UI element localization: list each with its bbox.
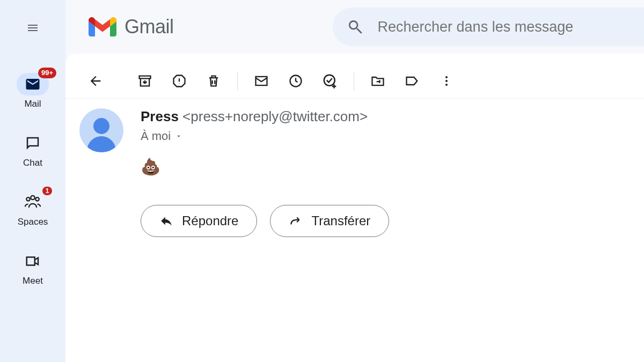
sender-line: Press <press+noreply@twitter.com> [141, 108, 368, 125]
chevron-down-icon [175, 132, 182, 140]
sender-email: <press+noreply@twitter.com> [182, 108, 368, 124]
envelope-icon [254, 73, 269, 88]
meet-icon [24, 253, 41, 269]
report-spam-button[interactable] [162, 68, 196, 94]
chat-icon [25, 135, 41, 151]
folder-move-icon [370, 73, 385, 88]
recipient-toggle[interactable]: À moi [141, 129, 368, 143]
content-panel: Press <press+noreply@twitter.com> À moi … [65, 54, 644, 362]
nav-mail-label: Mail [24, 99, 41, 109]
mark-unread-button[interactable] [244, 68, 279, 94]
label-icon [405, 73, 420, 88]
svg-point-7 [445, 84, 448, 86]
arrow-left-icon [88, 73, 103, 88]
archive-button[interactable] [128, 68, 162, 94]
nav-chat-label: Chat [23, 158, 42, 168]
spaces-icon [24, 194, 42, 210]
toolbar-separator [354, 71, 354, 91]
trash-icon [206, 73, 221, 88]
task-add-icon [322, 73, 338, 89]
search-input[interactable] [378, 19, 644, 35]
delete-button[interactable] [196, 68, 231, 94]
svg-point-0 [26, 197, 30, 201]
toolbar-separator [237, 71, 238, 91]
app-name: Gmail [125, 16, 174, 38]
mail-badge: 99+ [38, 68, 56, 78]
svg-point-4 [324, 75, 335, 85]
move-to-button[interactable] [361, 68, 395, 94]
toolbar [65, 63, 644, 99]
email-actions: Répondre Transférer [141, 205, 644, 237]
svg-point-1 [31, 196, 34, 200]
sender-name: Press [141, 108, 179, 124]
labels-button[interactable] [395, 68, 429, 94]
email-view: Press <press+noreply@twitter.com> À moi … [65, 99, 644, 176]
nav-chat[interactable]: Chat [0, 132, 65, 168]
header: Gmail [65, 0, 644, 54]
recipient-label: À moi [141, 129, 171, 143]
more-button[interactable] [429, 68, 464, 94]
svg-point-5 [445, 76, 448, 78]
nav-meet[interactable]: Meet [0, 250, 65, 286]
email-body: 💩 [141, 157, 368, 176]
archive-icon [137, 73, 152, 88]
spam-icon [172, 73, 187, 88]
search-box[interactable] [333, 8, 644, 46]
spaces-badge: 1 [42, 187, 52, 195]
forward-icon [289, 214, 303, 228]
forward-button[interactable]: Transférer [270, 205, 389, 237]
clock-icon [288, 73, 303, 88]
search-icon [347, 18, 364, 35]
add-to-tasks-button[interactable] [313, 68, 347, 94]
reply-button[interactable]: Répondre [141, 205, 257, 237]
nav-meet-label: Meet [23, 276, 43, 286]
reply-icon [159, 214, 173, 228]
hamburger-icon [25, 21, 41, 34]
sender-avatar[interactable] [79, 108, 123, 152]
main-area: Gmail [65, 0, 644, 362]
nav-rail: 99+ Mail Chat 1 Spaces [0, 0, 65, 362]
logo[interactable]: Gmail [88, 16, 174, 38]
more-vert-icon [440, 75, 453, 87]
svg-point-6 [445, 80, 448, 82]
nav-spaces-label: Spaces [18, 217, 48, 227]
snooze-button[interactable] [279, 68, 313, 94]
reply-label: Répondre [182, 213, 238, 228]
gmail-logo-icon [88, 16, 117, 38]
nav-mail[interactable]: 99+ Mail [0, 73, 65, 109]
mail-icon [25, 76, 41, 92]
forward-label: Transférer [311, 213, 370, 228]
main-menu-button[interactable] [20, 15, 46, 41]
back-button[interactable] [79, 68, 112, 94]
nav-spaces[interactable]: 1 Spaces [0, 191, 65, 227]
svg-point-2 [35, 197, 39, 201]
